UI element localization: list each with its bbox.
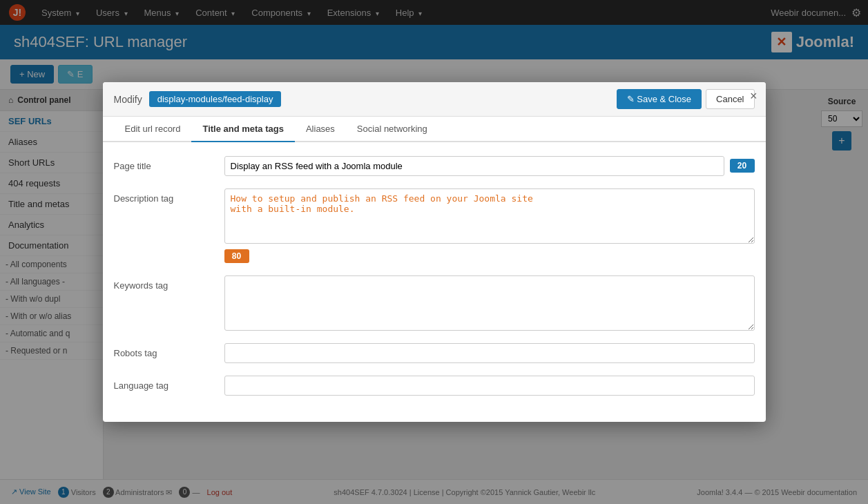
tab-social-networking[interactable]: Social networking	[346, 117, 438, 142]
page-title-row: Page title 20	[114, 156, 755, 176]
tab-edit-url-record[interactable]: Edit url record	[114, 117, 192, 142]
tab-title-meta-tags[interactable]: Title and meta tags	[191, 117, 295, 142]
page-title-char-count: 20	[730, 159, 755, 173]
modal-actions: ✎ Save & Close Cancel	[617, 89, 755, 109]
save-icon: ✎	[627, 94, 635, 104]
tab-aliases[interactable]: Aliases	[295, 117, 346, 142]
description-row: Description tag How to setup and publish…	[114, 188, 755, 263]
page-title-control: 20	[224, 156, 755, 176]
description-control: How to setup and publish an RSS feed on …	[224, 188, 755, 263]
language-row: Language tag	[114, 376, 755, 396]
robots-label: Robots tag	[114, 343, 224, 358]
modal-header: Modify display-modules/feed-display ✎ Sa…	[103, 82, 766, 117]
language-input[interactable]	[224, 376, 755, 396]
description-char-count: 80	[224, 249, 249, 263]
description-input[interactable]: How to setup and publish an RSS feed on …	[224, 188, 755, 244]
save-close-button[interactable]: ✎ Save & Close	[617, 89, 702, 109]
page-title-label: Page title	[114, 156, 224, 171]
keywords-control	[224, 275, 755, 331]
modal-modify-label: Modify	[114, 94, 142, 105]
language-control	[224, 376, 755, 396]
cancel-button[interactable]: Cancel	[706, 89, 754, 109]
description-label: Description tag	[114, 188, 224, 204]
page-title-input[interactable]	[224, 156, 724, 176]
modal-close-button[interactable]: ×	[750, 89, 758, 104]
modal-body: Page title 20 Description tag How to set…	[103, 142, 766, 422]
robots-input[interactable]	[224, 343, 755, 363]
modal-tabs: Edit url record Title and meta tags Alia…	[103, 117, 766, 142]
language-label: Language tag	[114, 376, 224, 391]
modal: Modify display-modules/feed-display ✎ Sa…	[103, 82, 766, 422]
robots-control	[224, 343, 755, 363]
desc-wrap: How to setup and publish an RSS feed on …	[224, 188, 755, 263]
robots-row: Robots tag	[114, 343, 755, 363]
modal-path-badge: display-modules/feed-display	[149, 91, 282, 107]
modal-overlay: Modify display-modules/feed-display ✎ Sa…	[0, 0, 868, 504]
keywords-row: Keywords tag	[114, 275, 755, 331]
keywords-input[interactable]	[224, 275, 755, 331]
keywords-label: Keywords tag	[114, 275, 224, 291]
